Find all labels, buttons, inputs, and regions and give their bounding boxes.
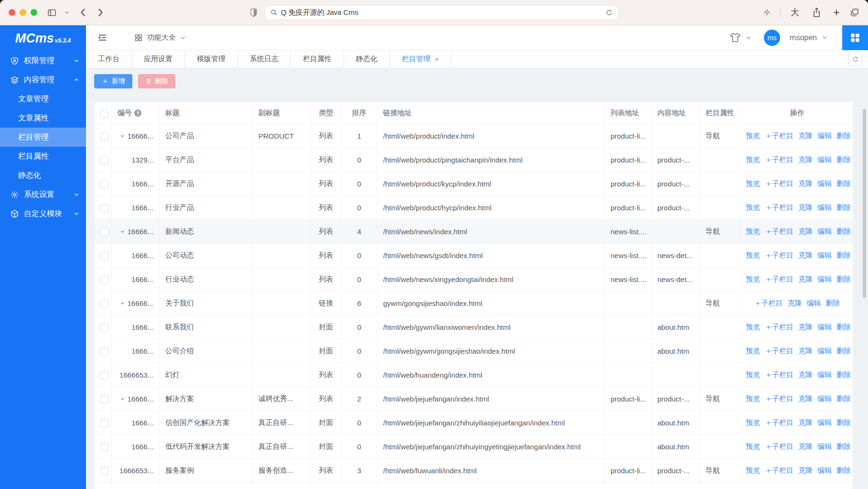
tab-close-icon[interactable]: ×: [435, 55, 439, 63]
close-window-button[interactable]: [9, 9, 15, 16]
action-add-subcolumn[interactable]: ＋子栏目: [765, 251, 793, 259]
action-edit[interactable]: 编辑: [817, 155, 832, 163]
action-edit[interactable]: 编辑: [817, 179, 832, 187]
action-edit[interactable]: 编辑: [817, 442, 832, 450]
action-preview[interactable]: 预览: [746, 418, 760, 426]
expand-chevron-icon[interactable]: [120, 396, 125, 402]
tab-overview-button[interactable]: [850, 8, 859, 17]
action-preview[interactable]: 预览: [746, 442, 760, 450]
action-edit[interactable]: 编辑: [817, 131, 832, 140]
url-bar[interactable]: Q 免疫开源的 Java Cms: [264, 5, 619, 20]
row-checkbox[interactable]: [100, 156, 108, 164]
action-delete[interactable]: 删除: [836, 466, 851, 474]
tab-workbench[interactable]: 工作台: [86, 50, 132, 68]
action-edit[interactable]: 编辑: [817, 251, 832, 259]
avatar[interactable]: ms: [764, 30, 780, 46]
apps-launcher-button[interactable]: [842, 25, 868, 50]
action-clone[interactable]: 克隆: [788, 299, 802, 307]
action-delete[interactable]: 删除: [836, 275, 851, 283]
action-delete[interactable]: 删除: [836, 251, 851, 259]
action-clone[interactable]: 克隆: [798, 155, 813, 163]
action-edit[interactable]: 编辑: [817, 347, 832, 355]
action-edit[interactable]: 编辑: [817, 275, 832, 283]
text-size-increase-button[interactable]: 大: [791, 7, 799, 18]
action-preview[interactable]: 预览: [746, 131, 760, 140]
row-checkbox[interactable]: [100, 395, 108, 403]
row-checkbox[interactable]: [100, 180, 108, 188]
tab-system-logs[interactable]: 系统日志: [238, 50, 291, 68]
sidebar-item-article-attributes[interactable]: 文章属性: [0, 109, 86, 128]
tabbar-refresh-button[interactable]: [848, 52, 862, 66]
tab-template-management[interactable]: 模版管理: [185, 50, 238, 68]
action-delete[interactable]: 删除: [836, 227, 851, 235]
action-preview[interactable]: 预览: [746, 394, 760, 402]
nav-menu[interactable]: 功能大全: [134, 33, 186, 42]
action-add-subcolumn[interactable]: ＋子栏目: [765, 394, 793, 402]
select-all-checkbox[interactable]: [100, 109, 108, 118]
action-preview[interactable]: 预览: [746, 275, 760, 283]
action-clone[interactable]: 克隆: [798, 251, 813, 259]
row-checkbox[interactable]: [100, 419, 108, 427]
action-delete[interactable]: 删除: [836, 442, 851, 450]
action-delete[interactable]: 删除: [836, 347, 851, 355]
sidebar-item-custom-modules[interactable]: 自定义模块: [0, 204, 86, 223]
sidebar-item-column-attributes[interactable]: 栏目属性: [0, 147, 86, 166]
action-delete[interactable]: 删除: [836, 203, 851, 211]
action-clone[interactable]: 克隆: [798, 179, 813, 187]
action-clone[interactable]: 克隆: [798, 275, 813, 283]
action-edit[interactable]: 编辑: [817, 203, 832, 211]
row-checkbox[interactable]: [100, 443, 108, 451]
sidebar-item-static-generation[interactable]: 静态化: [0, 166, 86, 185]
action-preview[interactable]: 预览: [746, 323, 760, 331]
sidebar-item-system-settings[interactable]: 系统设置: [0, 185, 86, 204]
action-add-subcolumn[interactable]: ＋子栏目: [765, 227, 793, 235]
new-tab-button[interactable]: +: [833, 6, 840, 19]
expand-chevron-icon[interactable]: [120, 301, 125, 306]
expand-chevron-icon[interactable]: [120, 229, 125, 234]
action-delete[interactable]: 删除: [836, 155, 851, 163]
sidebar-item-permission-management[interactable]: 权限管理: [0, 51, 86, 70]
row-checkbox[interactable]: [100, 228, 108, 236]
user-chevron-down-icon[interactable]: [822, 34, 828, 41]
action-preview[interactable]: 预览: [746, 227, 760, 235]
action-clone[interactable]: 克隆: [798, 347, 813, 355]
sidebar-item-article-management[interactable]: 文章管理: [0, 89, 86, 109]
action-delete[interactable]: 删除: [826, 299, 840, 307]
menu-fold-icon[interactable]: [97, 33, 107, 43]
sidebar-toggle-icon[interactable]: [47, 8, 57, 18]
expand-chevron-icon[interactable]: [120, 133, 125, 139]
action-preview[interactable]: 预览: [746, 251, 760, 259]
action-preview[interactable]: 预览: [746, 347, 760, 355]
tab-column-attributes[interactable]: 栏目属性: [291, 50, 344, 68]
zoom-window-button[interactable]: [31, 9, 37, 16]
row-checkbox[interactable]: [100, 467, 108, 475]
action-clone[interactable]: 克隆: [798, 203, 813, 211]
action-add-subcolumn[interactable]: ＋子栏目: [765, 155, 793, 163]
help-icon[interactable]: ?: [134, 109, 141, 117]
action-add-subcolumn[interactable]: ＋子栏目: [765, 370, 793, 379]
tab-app-settings[interactable]: 应用设置: [132, 50, 185, 68]
action-add-subcolumn[interactable]: ＋子栏目: [765, 323, 793, 331]
action-add-subcolumn[interactable]: ＋子栏目: [765, 418, 793, 426]
action-add-subcolumn[interactable]: ＋子栏目: [765, 203, 793, 211]
action-edit[interactable]: 编辑: [807, 299, 821, 307]
sidebar-item-content-management[interactable]: 内容管理: [0, 70, 86, 89]
action-edit[interactable]: 编辑: [817, 466, 832, 474]
action-clone[interactable]: 克隆: [798, 131, 813, 140]
row-checkbox[interactable]: [100, 204, 108, 212]
row-checkbox[interactable]: [100, 252, 108, 260]
privacy-shield-icon[interactable]: [249, 8, 257, 18]
action-preview[interactable]: 预览: [746, 203, 760, 211]
action-edit[interactable]: 编辑: [817, 370, 832, 379]
forward-button[interactable]: [97, 8, 104, 17]
action-delete[interactable]: 删除: [836, 179, 851, 187]
action-preview[interactable]: 预览: [746, 155, 760, 163]
action-add-subcolumn[interactable]: ＋子栏目: [765, 347, 793, 355]
page-scrollbar[interactable]: [863, 109, 866, 298]
action-delete[interactable]: 删除: [836, 370, 851, 379]
add-button[interactable]: ＋ 新增: [94, 74, 132, 88]
action-preview[interactable]: 预览: [746, 466, 760, 474]
text-size-decrease-button[interactable]: 小: [764, 8, 770, 17]
action-preview[interactable]: 预览: [746, 370, 760, 379]
action-delete[interactable]: 删除: [836, 131, 851, 140]
